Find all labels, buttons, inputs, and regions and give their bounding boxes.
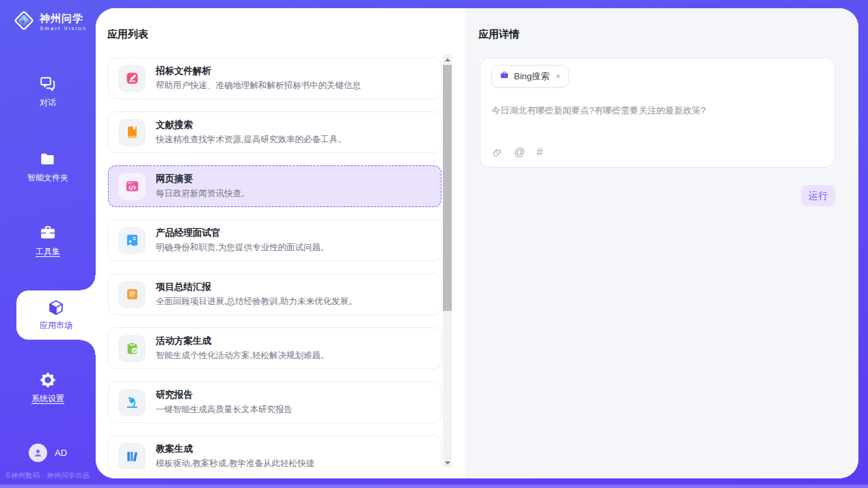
app-item-description: 明确身份和职责,为您提供专业性的面试问题。 [156, 242, 329, 254]
app-item-name: 招标文件解析 [156, 65, 361, 77]
cube-icon [47, 299, 65, 316]
chat-icon [39, 75, 57, 93]
app-list-item[interactable]: 研究报告一键智能生成高质量长文本研究报告 [108, 381, 442, 423]
app-list: 招标文件解析帮助用户快速、准确地理解和解析招标书中的关键信息文献搜索快速精准查找… [108, 57, 442, 469]
user-account[interactable]: AD [0, 444, 96, 462]
app-list-item[interactable]: 文献搜索快速精准查找学术资源,提高研究效率的必备工具。 [108, 111, 442, 153]
app-item-description: 一键智能生成高质量长文本研究报告 [156, 404, 293, 416]
sidebar-item-folder[interactable]: 智能文件夹 [0, 150, 96, 184]
sidebar-item-toolbox[interactable]: 工具集 [0, 224, 96, 258]
scrollbar[interactable] [443, 55, 452, 467]
tool-chip-label: Bing搜索 [514, 70, 550, 83]
briefcase-icon [500, 70, 509, 82]
microscope-icon [118, 389, 146, 416]
sidebar-item-label: 工具集 [36, 246, 60, 258]
prompt-card[interactable]: Bing搜索 × 今日湖北有哪些新闻要点?有哪些需要关注的最新政策? @ # [480, 57, 835, 167]
folder-icon [39, 150, 57, 168]
book-icon [118, 119, 146, 146]
app-detail-panel: 应用详情 Bing搜索 × 今日湖北有哪些新闻要点?有哪些需要关注的最新政策? … [465, 8, 858, 478]
app-item-description: 快速精准查找学术资源,提高研究效率的必备工具。 [156, 134, 346, 146]
avatar [29, 444, 47, 462]
app-item-name: 项目总结汇报 [156, 281, 357, 293]
web-code-icon [118, 173, 146, 200]
window-bottom-edge [0, 485, 868, 488]
app-detail-title: 应用详情 [478, 28, 519, 41]
app-item-description: 全面回顾项目进展,总结经验教训,助力未来优化发展。 [156, 296, 357, 308]
notes-icon [118, 281, 146, 308]
interview-icon [118, 227, 146, 254]
gear-icon [39, 371, 57, 389]
sidebar-item-label: 系统设置 [31, 393, 64, 405]
triangle-up-icon [445, 58, 450, 62]
app-item-name: 产品经理面试官 [156, 227, 329, 239]
prompt-text[interactable]: 今日湖北有哪些新闻要点?有哪些需要关注的最新政策? [491, 105, 824, 117]
sidebar-item-gear[interactable]: 系统设置 [0, 371, 96, 405]
brand-logo-icon [12, 9, 36, 35]
app-list-item[interactable]: 活动方案生成智能生成个性化活动方案,轻松解决规划难题。 [108, 327, 442, 369]
tool-chip-bing-search[interactable]: Bing搜索 × [491, 65, 569, 87]
copyright-footer: ©神州数码 · 神州问学出品 [0, 471, 96, 480]
brand: 神州问学 Smart Vision [12, 9, 87, 35]
toolbox-icon [39, 224, 57, 242]
app-list-item[interactable]: 网页摘要每日政府新闻资讯快查。 [108, 165, 442, 207]
sidebar-item-cube[interactable]: 应用市场 [16, 290, 96, 340]
sidebar-item-label: 智能文件夹 [27, 172, 68, 184]
app-list-item[interactable]: 招标文件解析帮助用户快速、准确地理解和解析招标书中的关键信息 [108, 57, 442, 99]
books-icon [118, 443, 146, 470]
app-item-description: 帮助用户快速、准确地理解和解析招标书中的关键信息 [156, 80, 361, 92]
brand-subtitle: Smart Vision [40, 25, 87, 31]
triangle-down-icon [445, 461, 450, 465]
sidebar-item-chat[interactable]: 对话 [0, 75, 96, 109]
brand-name: 神州问学 [40, 12, 87, 24]
app-item-description: 模板驱动,教案秒成,教学准备从此轻松快捷 [156, 458, 314, 469]
app-list-panel: 应用列表 招标文件解析帮助用户快速、准确地理解和解析招标书中的关键信息文献搜索快… [96, 8, 465, 478]
app-list-title: 应用列表 [107, 28, 148, 41]
scroll-up-button[interactable] [443, 55, 452, 64]
app-item-name: 网页摘要 [156, 173, 250, 185]
app-list-item[interactable]: 项目总结汇报全面回顾项目进展,总结经验教训,助力未来优化发展。 [108, 273, 442, 315]
sidebar-item-label: 对话 [40, 97, 56, 109]
attach-paperclip-icon[interactable] [492, 148, 502, 158]
app-item-name: 活动方案生成 [156, 335, 329, 347]
sidebar-item-label: 应用市场 [40, 320, 72, 331]
mention-at-icon[interactable]: @ [514, 146, 525, 159]
app-item-name: 教案生成 [156, 443, 314, 455]
topic-hash-icon[interactable]: # [537, 146, 543, 159]
sidebar: 神州问学 Smart Vision 对话智能文件夹工具集应用市场系统设置 AD … [0, 0, 96, 488]
app-item-description: 智能生成个性化活动方案,轻松解决规划难题。 [156, 350, 329, 362]
app-item-name: 文献搜索 [156, 119, 346, 131]
app-list-item[interactable]: 教案生成模板驱动,教案秒成,教学准备从此轻松快捷 [108, 435, 442, 469]
clipboard-check-icon [118, 335, 146, 362]
main-content: 应用列表 招标文件解析帮助用户快速、准确地理解和解析招标书中的关键信息文献搜索快… [96, 8, 858, 478]
scroll-down-button[interactable] [443, 458, 452, 467]
chip-close-icon[interactable]: × [556, 72, 560, 81]
app-item-name: 研究报告 [156, 389, 293, 401]
user-initials: AD [55, 448, 67, 458]
run-button[interactable]: 运行 [801, 185, 835, 206]
app-list-item[interactable]: 产品经理面试官明确身份和职责,为您提供专业性的面试问题。 [108, 219, 442, 261]
scrollbar-thumb[interactable] [443, 65, 452, 311]
app-item-description: 每日政府新闻资讯快查。 [156, 188, 250, 200]
edit-square-icon [118, 65, 146, 92]
